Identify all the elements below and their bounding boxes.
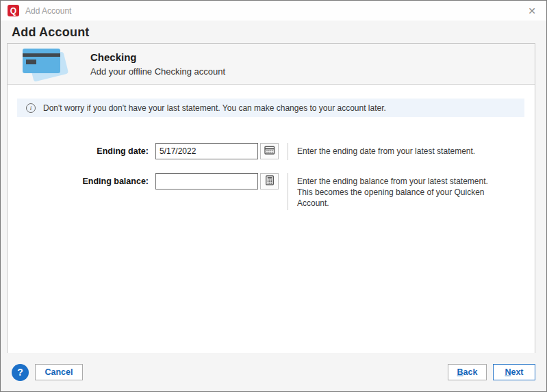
dialog-footer: ? Cancel Back Next bbox=[1, 353, 546, 391]
close-icon[interactable]: ✕ bbox=[520, 1, 544, 21]
add-account-dialog: Q Add Account ✕ Add Account Checking Add… bbox=[0, 0, 547, 392]
cancel-button[interactable]: Cancel bbox=[35, 364, 83, 380]
ending-date-help: Enter the ending date from your latest s… bbox=[297, 143, 503, 157]
info-banner-text: Don't worry if you don't have your last … bbox=[43, 103, 386, 113]
calendar-button[interactable] bbox=[260, 143, 279, 159]
statement-form: Ending date: bbox=[8, 143, 535, 210]
quicken-app-icon: Q bbox=[8, 5, 19, 16]
titlebar: Q Add Account ✕ bbox=[1, 1, 546, 21]
ending-date-label: Ending date: bbox=[8, 143, 149, 156]
account-type-subtitle: Add your offline Checking account bbox=[90, 66, 225, 77]
calendar-icon bbox=[264, 145, 275, 157]
ending-balance-row: Ending balance: bbox=[8, 173, 535, 210]
credit-card-icon bbox=[22, 47, 67, 82]
help-icon[interactable]: ? bbox=[12, 364, 29, 381]
account-type-header: Checking Add your offline Checking accou… bbox=[8, 44, 535, 85]
content-panel: Checking Add your offline Checking accou… bbox=[7, 43, 535, 354]
divider bbox=[288, 173, 288, 210]
window-title: Add Account bbox=[25, 6, 520, 16]
ending-balance-input[interactable] bbox=[155, 173, 258, 190]
account-type-title: Checking bbox=[90, 51, 225, 63]
next-button[interactable]: Next bbox=[493, 364, 535, 380]
divider bbox=[288, 143, 288, 160]
info-circle-icon: i bbox=[26, 103, 36, 113]
ending-balance-label: Ending balance: bbox=[8, 173, 149, 186]
back-button[interactable]: Back bbox=[448, 364, 487, 380]
calculator-button[interactable] bbox=[260, 173, 279, 190]
info-banner: i Don't worry if you don't have your las… bbox=[17, 99, 524, 117]
page-title: Add Account bbox=[1, 21, 546, 45]
ending-date-row: Ending date: bbox=[8, 143, 535, 160]
calculator-icon bbox=[265, 175, 275, 188]
ending-balance-help: Enter the ending balance from your lates… bbox=[297, 173, 503, 209]
ending-date-input[interactable] bbox=[155, 143, 258, 159]
